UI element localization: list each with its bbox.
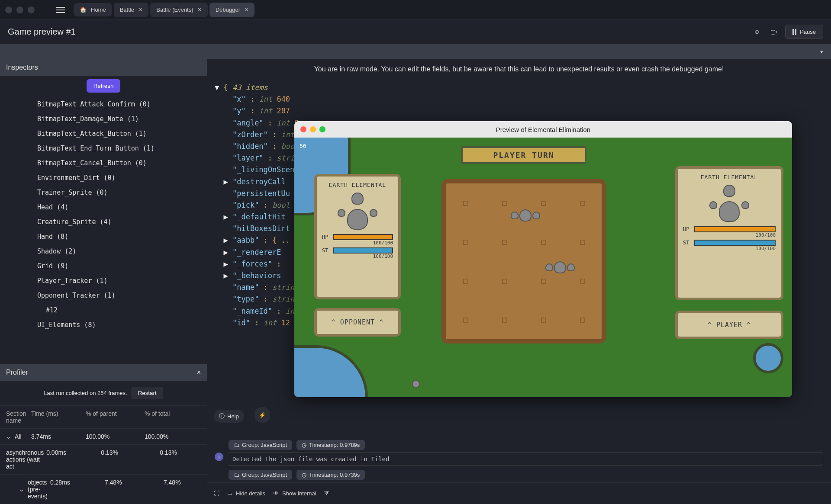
info-icon: i	[215, 453, 223, 461]
hamburger-menu-icon[interactable]	[56, 3, 69, 16]
log-group-chip: 🗀 Group: JavaScript	[229, 470, 292, 480]
window-minimize-dot[interactable]	[16, 6, 23, 13]
tab-battle-events[interactable]: Battle (Events) ×	[150, 3, 208, 17]
tab-debugger[interactable]: Debugger ×	[209, 3, 254, 17]
help-icon: ⓘ	[219, 412, 225, 420]
context-dropdown[interactable]: ▾	[0, 44, 831, 59]
json-line[interactable]: "x" : int 640	[215, 93, 823, 105]
pause-icon	[792, 29, 796, 35]
minimize-icon: ▭	[227, 490, 232, 497]
tree-item[interactable]: Opponent_Tracker (1)	[0, 288, 207, 303]
refresh-button[interactable]: Refresh	[87, 79, 121, 93]
tree-item[interactable]: Environment_Dirt (0)	[0, 170, 207, 185]
hide-details-button[interactable]: ▭ Hide details	[227, 490, 265, 497]
game-window-title: Preview of Elemental Elimination	[294, 126, 792, 133]
page-title: Game preview #1	[8, 27, 76, 37]
window-controls[interactable]	[5, 6, 35, 13]
profiler-status-text: Last run collected on 254 frames.	[44, 390, 127, 396]
cell: 100.00%	[145, 433, 201, 440]
tab-label: Battle	[120, 6, 134, 13]
clock-icon: ◷	[302, 472, 306, 478]
window-zoom-dot[interactable]	[28, 6, 35, 13]
restart-button[interactable]: Restart	[132, 387, 163, 399]
game-window-header[interactable]: Preview of Elemental Elimination	[294, 121, 792, 138]
tree-item[interactable]: BitmapText_Attack_Button (1)	[0, 126, 207, 141]
tree-item[interactable]: UI_Elements (8)	[0, 318, 207, 332]
hp-value: 100/100	[683, 232, 776, 238]
record-icon[interactable]: ⊖	[750, 26, 763, 38]
cell: 100.00%	[86, 433, 142, 440]
cell: 0.13%	[101, 449, 157, 470]
log-group: Group: JavaScript	[242, 472, 287, 478]
tree-item[interactable]: Head (4)	[0, 200, 207, 215]
tree-item[interactable]: Trainer_Sprite (0)	[0, 185, 207, 200]
game-canvas[interactable]: 50 PLAYER TURN EARTH ELEMENTAL HP 100/1	[294, 138, 792, 397]
player-label[interactable]: ^ PLAYER ^	[675, 311, 783, 339]
json-line[interactable]: "y" : int 287	[215, 105, 823, 117]
player-card[interactable]: EARTH ELEMENTAL HP 100/100 ST 100/100	[675, 166, 783, 300]
log-timestamp: Timestamp: 0.9739s	[309, 472, 360, 478]
inspectors-tree[interactable]: BitmapText_Attack_Confirm (0)BitmapText_…	[0, 96, 207, 364]
window-zoom-icon[interactable]	[319, 126, 325, 132]
log-timestamp-chip: ◷ Timestamp: 0.9739s	[296, 470, 365, 480]
tree-item[interactable]: BitmapText_Cancel_Button (0)	[0, 156, 207, 170]
folder-icon: 🗀	[234, 442, 239, 448]
pause-button[interactable]: Pause	[785, 25, 823, 39]
pause-label: Pause	[800, 29, 816, 35]
hp-label: HP	[683, 226, 692, 232]
titlebar: 🏠 Home Battle × Battle (Events) × Debugg…	[0, 0, 831, 20]
help-button[interactable]: ⓘ Help	[214, 410, 244, 423]
tab-label: Home	[91, 6, 106, 13]
clock-icon: ◷	[302, 442, 306, 448]
log-group: Group: JavaScript	[242, 442, 287, 448]
show-internal-button[interactable]: 👁 Show internal	[273, 490, 316, 497]
console-icon[interactable]: ▢›	[768, 26, 780, 38]
opponent-label[interactable]: ^ OPPONENT ^	[314, 308, 401, 337]
tree-item[interactable]: BitmapText_End_Turn_Button (1)	[0, 141, 207, 156]
tree-item[interactable]: Grid (9)	[0, 259, 207, 273]
game-preview-window[interactable]: Preview of Elemental Elimination 50 PLAY…	[294, 121, 792, 397]
filter-icon[interactable]: ⧩	[324, 490, 329, 497]
profiler-columns: Section name Time (ms) % of parent % of …	[0, 405, 207, 428]
close-icon[interactable]: ×	[198, 6, 202, 14]
window-close-icon[interactable]	[300, 126, 306, 132]
select-icon[interactable]: ⛶	[214, 490, 219, 497]
profiler-row[interactable]: ⌄objects (pre-events)0.28ms7.48%7.48%	[0, 474, 207, 504]
tab-home[interactable]: 🏠 Home	[74, 3, 112, 16]
chevron-down-icon[interactable]: ⌄	[19, 486, 24, 493]
tree-item[interactable]: Shadow (2)	[0, 244, 207, 259]
opponent-card[interactable]: EARTH ELEMENTAL HP 100/100 ST 100/100	[314, 174, 401, 299]
tree-item[interactable]: Creature_Sprite (4)	[0, 215, 207, 229]
tree-item[interactable]: Player_Tracker (1)	[0, 273, 207, 288]
st-value: 100/100	[322, 254, 393, 259]
log-toolbar: ⛶ ▭ Hide details 👁 Show internal ⧩	[207, 482, 831, 504]
log-timestamp: Timestamp: 0.9789s	[309, 442, 360, 448]
tree-item[interactable]: #12	[0, 303, 207, 318]
tree-item[interactable]: Hand (8)	[0, 229, 207, 244]
close-icon[interactable]: ×	[245, 6, 248, 14]
card-title: EARTH ELEMENTAL	[683, 174, 776, 180]
profiler-title: Profiler	[6, 369, 28, 376]
hp-label: HP	[322, 234, 332, 240]
arena[interactable]	[441, 179, 606, 343]
section-name: All	[15, 433, 22, 440]
close-icon[interactable]: ×	[197, 369, 201, 376]
card-title: EARTH ELEMENTAL	[322, 182, 393, 188]
chevron-down-icon[interactable]: ⌄	[6, 433, 11, 440]
bolt-button[interactable]: ⚡	[254, 407, 270, 423]
tree-item[interactable]: BitmapText_Attack_Confirm (0)	[0, 97, 207, 112]
tree-item[interactable]: BitmapText_Damage_Note (1)	[0, 112, 207, 126]
log-message: Detected the json file was created in Ti…	[228, 453, 823, 465]
tab-bar: 🏠 Home Battle × Battle (Events) × Debugg…	[74, 3, 254, 17]
col-time: Time (ms)	[31, 410, 83, 424]
folder-icon: 🗀	[234, 472, 239, 478]
window-close-dot[interactable]	[5, 6, 12, 13]
cell: 0.28ms	[50, 479, 102, 500]
cell: 3.74ms	[31, 433, 83, 440]
close-icon[interactable]: ×	[138, 6, 142, 14]
tab-battle[interactable]: Battle ×	[114, 3, 149, 17]
window-minimize-icon[interactable]	[310, 126, 316, 132]
profiler-row[interactable]: asynchronous actions (wait act0.00ms0.13…	[0, 444, 207, 474]
profiler-row[interactable]: ⌄All3.74ms100.00%100.00%	[0, 428, 207, 444]
col-parent: % of parent	[86, 410, 142, 424]
